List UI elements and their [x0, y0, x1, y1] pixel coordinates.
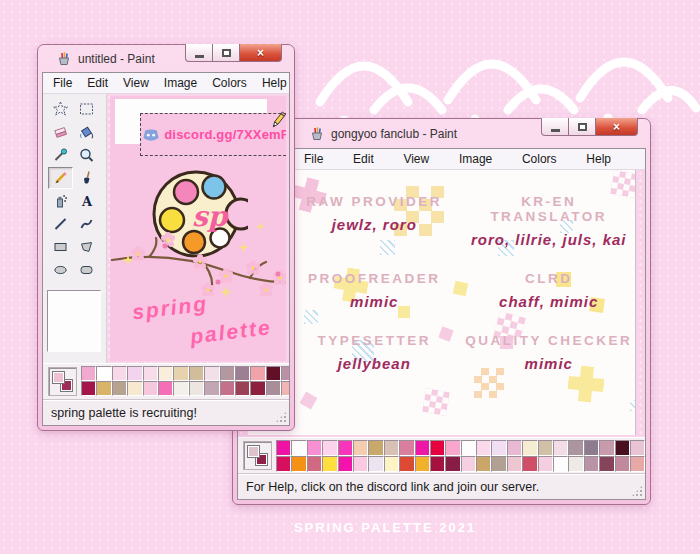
- tool-rounded-rectangle[interactable]: [74, 259, 99, 281]
- color-swatch[interactable]: [276, 456, 291, 472]
- color-swatch[interactable]: [250, 366, 265, 381]
- color-swatch[interactable]: [307, 440, 322, 456]
- color-swatch[interactable]: [630, 456, 645, 472]
- tool-pencil[interactable]: [48, 167, 73, 189]
- color-swatch[interactable]: [173, 366, 188, 381]
- menu-item-view[interactable]: View: [403, 152, 429, 166]
- color-swatch[interactable]: [615, 440, 630, 456]
- tool-line[interactable]: [48, 213, 73, 235]
- tool-select[interactable]: [74, 98, 99, 120]
- color-swatch[interactable]: [430, 456, 445, 472]
- color-swatch[interactable]: [143, 381, 158, 396]
- color-swatch[interactable]: [173, 381, 188, 396]
- color-swatch[interactable]: [189, 366, 204, 381]
- minimize-button[interactable]: [185, 44, 213, 62]
- menu-item-colors[interactable]: Colors: [522, 152, 557, 166]
- color-swatch[interactable]: [338, 456, 353, 472]
- color-swatch[interactable]: [568, 456, 583, 472]
- color-swatch[interactable]: [96, 366, 111, 381]
- color-swatch[interactable]: [281, 366, 290, 381]
- color-swatch[interactable]: [291, 440, 306, 456]
- color-swatch[interactable]: [368, 456, 383, 472]
- foreground-background-color-selector[interactable]: [243, 441, 272, 470]
- tool-rectangle[interactable]: [48, 236, 73, 258]
- color-swatch[interactable]: [220, 366, 235, 381]
- color-swatch[interactable]: [368, 440, 383, 456]
- menu-item-view[interactable]: View: [123, 76, 149, 90]
- tool-options-panel[interactable]: [47, 290, 101, 352]
- color-swatch[interactable]: [399, 440, 414, 456]
- tool-free-form-select[interactable]: [48, 98, 73, 120]
- color-swatch[interactable]: [445, 440, 460, 456]
- maximize-button[interactable]: [213, 44, 240, 62]
- color-swatch[interactable]: [353, 440, 368, 456]
- color-swatch[interactable]: [143, 366, 158, 381]
- color-swatch[interactable]: [553, 440, 568, 456]
- color-swatch[interactable]: [250, 381, 265, 396]
- tool-fill[interactable]: [74, 121, 99, 143]
- color-swatch[interactable]: [235, 366, 250, 381]
- color-swatch[interactable]: [276, 440, 291, 456]
- titlebar[interactable]: untitled - Paint ×: [42, 45, 290, 72]
- drawing-canvas[interactable]: RAW PROVIDERjewlz, roroKR-EN TRANSLATORr…: [248, 170, 636, 435]
- color-swatch[interactable]: [322, 456, 337, 472]
- color-swatch[interactable]: [158, 381, 173, 396]
- menu-item-help[interactable]: Help: [586, 152, 611, 166]
- resize-grip[interactable]: [631, 485, 643, 497]
- menu-item-colors[interactable]: Colors: [212, 76, 247, 90]
- color-swatch[interactable]: [127, 366, 142, 381]
- color-swatch[interactable]: [461, 456, 476, 472]
- color-swatch[interactable]: [112, 381, 127, 396]
- menu-item-edit[interactable]: Edit: [353, 152, 374, 166]
- color-swatch[interactable]: [96, 381, 111, 396]
- tool-eraser[interactable]: [48, 121, 73, 143]
- menu-item-file[interactable]: File: [53, 76, 72, 90]
- tool-text[interactable]: A: [74, 190, 99, 212]
- color-swatch[interactable]: [353, 456, 368, 472]
- color-swatch[interactable]: [384, 440, 399, 456]
- color-swatch[interactable]: [584, 440, 599, 456]
- color-swatch[interactable]: [507, 456, 522, 472]
- color-swatch[interactable]: [599, 456, 614, 472]
- color-swatch[interactable]: [568, 440, 583, 456]
- color-swatch[interactable]: [538, 456, 553, 472]
- menu-item-image[interactable]: Image: [164, 76, 197, 90]
- color-swatch[interactable]: [615, 456, 630, 472]
- discord-link-selection[interactable]: discord.gg/7XXemFj: [140, 113, 286, 156]
- menu-item-file[interactable]: File: [304, 152, 323, 166]
- color-swatch[interactable]: [584, 456, 599, 472]
- color-swatch[interactable]: [522, 440, 537, 456]
- color-swatch[interactable]: [553, 456, 568, 472]
- color-swatch[interactable]: [266, 366, 281, 381]
- color-swatch[interactable]: [235, 381, 250, 396]
- menu-item-help[interactable]: Help: [262, 76, 287, 90]
- color-swatch[interactable]: [415, 440, 430, 456]
- color-swatch[interactable]: [204, 381, 219, 396]
- color-swatch[interactable]: [476, 440, 491, 456]
- color-swatch[interactable]: [461, 440, 476, 456]
- resize-grip[interactable]: [275, 411, 287, 423]
- color-swatch[interactable]: [476, 456, 491, 472]
- tool-curve[interactable]: [74, 213, 99, 235]
- color-swatch[interactable]: [112, 366, 127, 381]
- color-swatch[interactable]: [338, 440, 353, 456]
- titlebar[interactable]: gongyoo fanclub - Paint ×: [237, 119, 646, 148]
- tool-color-picker[interactable]: [48, 144, 73, 166]
- color-swatch[interactable]: [415, 456, 430, 472]
- color-swatch[interactable]: [158, 366, 173, 381]
- maximize-button[interactable]: [569, 118, 596, 136]
- color-swatch[interactable]: [322, 440, 337, 456]
- color-swatch[interactable]: [507, 440, 522, 456]
- color-swatch[interactable]: [127, 381, 142, 396]
- drawing-canvas[interactable]: discord.gg/7XXemFj: [110, 96, 286, 361]
- color-swatch[interactable]: [204, 366, 219, 381]
- color-swatch[interactable]: [522, 456, 537, 472]
- menu-item-image[interactable]: Image: [459, 152, 492, 166]
- color-swatch[interactable]: [307, 456, 322, 472]
- close-button[interactable]: ×: [596, 118, 638, 136]
- color-swatch[interactable]: [189, 381, 204, 396]
- color-swatch[interactable]: [384, 456, 399, 472]
- color-swatch[interactable]: [430, 440, 445, 456]
- color-swatch[interactable]: [399, 456, 414, 472]
- color-swatch[interactable]: [491, 440, 506, 456]
